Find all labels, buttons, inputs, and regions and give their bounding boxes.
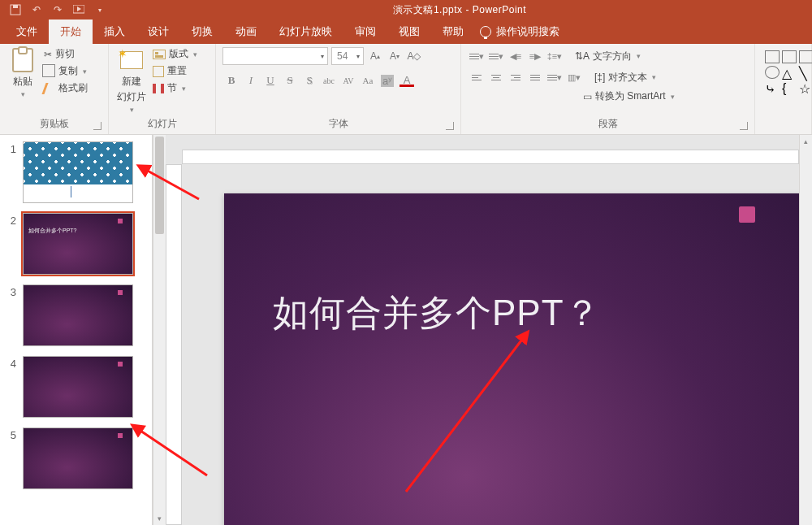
shape-circle-icon[interactable] xyxy=(765,66,780,79)
shape-arrow-icon[interactable]: ⤷ xyxy=(765,81,780,94)
brush-icon xyxy=(41,83,57,94)
slide-thumbnail-3[interactable] xyxy=(23,284,133,346)
tab-file[interactable]: 文件 xyxy=(5,20,49,44)
paste-label: 粘贴 xyxy=(13,75,32,89)
thumbnail-scrollbar[interactable]: ▴ ▾ xyxy=(153,135,166,525)
highlight-button[interactable]: aʸ xyxy=(378,72,396,89)
shrink-font-button[interactable]: A▾ xyxy=(387,47,403,65)
tab-transitions[interactable]: 切换 xyxy=(180,20,224,44)
bold-button[interactable]: B xyxy=(222,72,240,89)
format-painter-button[interactable]: 格式刷 xyxy=(44,81,88,95)
justify-button[interactable] xyxy=(526,68,544,86)
new-slide-icon xyxy=(120,51,143,69)
scroll-up-icon[interactable]: ▴ xyxy=(800,135,812,148)
reset-icon xyxy=(153,66,164,77)
shape-triangle-icon[interactable]: △ xyxy=(782,66,797,79)
scrollbar-thumb[interactable] xyxy=(155,137,164,234)
save-icon[interactable] xyxy=(8,2,23,17)
shape-rectangle-icon[interactable] xyxy=(799,50,812,63)
tab-review[interactable]: 审阅 xyxy=(343,20,387,44)
font-color-button[interactable]: A xyxy=(398,72,416,89)
cut-button[interactable]: ✂剪切 xyxy=(44,47,88,61)
shape-star-icon[interactable]: ☆ xyxy=(799,81,812,94)
new-slide-button[interactable]: 新建 幻灯片 ▾ xyxy=(115,47,148,114)
increase-indent-button[interactable]: ≡▶ xyxy=(526,47,544,65)
grow-font-button[interactable]: A▴ xyxy=(367,47,383,65)
tab-design[interactable]: 设计 xyxy=(136,20,180,44)
thumb-row-5[interactable]: 5 xyxy=(0,421,152,492)
text-direction-button[interactable]: ⇅A文字方向▾ xyxy=(575,47,641,65)
tab-slideshow[interactable]: 幻灯片放映 xyxy=(268,20,343,44)
kerning-button[interactable]: AV xyxy=(339,72,357,89)
thumb-row-3[interactable]: 3 xyxy=(0,278,152,349)
thumb-row-4[interactable]: 4 xyxy=(0,349,152,421)
slide-thumbnail-1[interactable] xyxy=(23,141,133,203)
paste-button[interactable]: 粘贴 ▾ xyxy=(6,47,39,98)
current-slide[interactable]: 如何合并多个PPT？ xyxy=(224,193,801,525)
numbering-button[interactable]: ▾ xyxy=(487,47,505,65)
thumb-row-1[interactable]: 1 xyxy=(0,135,152,206)
layout-button[interactable]: 版式▾ xyxy=(153,47,197,61)
slide-title-text[interactable]: 如何合并多个PPT？ xyxy=(273,289,601,337)
dialog-launcher-icon[interactable] xyxy=(740,122,748,130)
align-left-button[interactable] xyxy=(468,68,486,86)
copy-button[interactable]: 复制▾ xyxy=(44,64,88,78)
chevron-down-icon: ▾ xyxy=(21,90,25,98)
section-button[interactable]: 节▾ xyxy=(153,81,197,95)
dialog-launcher-icon[interactable] xyxy=(446,122,454,130)
line-spacing-button[interactable]: ‡≡▾ xyxy=(546,47,564,65)
svg-rect-1 xyxy=(13,5,18,8)
tell-me-label: 操作说明搜索 xyxy=(496,24,559,39)
tab-insert[interactable]: 插入 xyxy=(93,20,136,44)
tab-help[interactable]: 帮助 xyxy=(431,20,475,44)
smartart-icon: ▭ xyxy=(583,91,592,102)
vertical-ruler xyxy=(166,164,182,525)
scroll-down-icon[interactable]: ▾ xyxy=(153,512,166,525)
ribbon-tabs: 文件 开始 插入 设计 切换 动画 幻灯片放映 审阅 视图 帮助 操作说明搜索 xyxy=(0,20,812,44)
reset-button[interactable]: 重置 xyxy=(153,64,197,78)
undo-icon[interactable]: ↶ xyxy=(29,2,44,17)
strikethrough-button[interactable]: S xyxy=(281,72,299,89)
editor-scrollbar[interactable]: ▴ xyxy=(799,135,812,525)
layout-icon xyxy=(153,50,166,59)
align-right-button[interactable] xyxy=(507,68,525,86)
group-label-font: 字体 xyxy=(329,118,348,129)
slide-editor: 如何合并多个PPT？ ▴ xyxy=(166,135,812,525)
tab-animations[interactable]: 动画 xyxy=(224,20,268,44)
font-size-combo[interactable]: 54▾ xyxy=(331,47,364,65)
tab-view[interactable]: 视图 xyxy=(387,20,431,44)
shape-line-icon[interactable]: ╲ xyxy=(799,66,812,79)
columns-button[interactable]: ▥▾ xyxy=(565,68,583,86)
convert-smartart-button[interactable]: ▭转换为 SmartArt▾ xyxy=(583,89,675,103)
shape-brace-icon[interactable]: { xyxy=(782,81,797,94)
italic-button[interactable]: I xyxy=(242,72,260,89)
decrease-indent-button[interactable]: ◀≡ xyxy=(507,47,525,65)
slide-thumbnail-4[interactable] xyxy=(23,356,133,418)
clipboard-icon xyxy=(12,48,33,72)
dialog-launcher-icon[interactable] xyxy=(93,122,102,130)
align-text-button[interactable]: [‡]对齐文本▾ xyxy=(594,68,656,86)
bullets-button[interactable]: ▾ xyxy=(468,47,486,65)
shape-rectangle-icon[interactable] xyxy=(782,50,797,63)
shape-rectangle-icon[interactable] xyxy=(765,50,780,63)
slide-thumbnail-5[interactable] xyxy=(23,427,133,489)
underline-button[interactable]: U xyxy=(261,72,279,89)
distribute-button[interactable]: ▾ xyxy=(546,68,564,86)
start-from-beginning-icon[interactable] xyxy=(71,2,86,17)
redo-icon[interactable]: ↷ xyxy=(50,2,65,17)
title-bar: ↶ ↷ ▾ 演示文稿1.pptx - PowerPoint xyxy=(0,0,812,20)
char-spacing-button[interactable]: abc xyxy=(320,72,338,89)
section-icon xyxy=(153,84,164,93)
tab-home[interactable]: 开始 xyxy=(49,20,93,44)
slide-thumbnail-panel: 1 2 如何合并多个PPT? 3 4 5 xyxy=(0,135,153,525)
shadow-button[interactable]: S xyxy=(300,72,318,89)
font-family-combo[interactable]: ▾ xyxy=(222,47,328,65)
font-color-swatch xyxy=(400,85,414,87)
change-case-button[interactable]: Aa xyxy=(359,72,377,89)
clear-formatting-button[interactable]: A◇ xyxy=(406,47,422,65)
qat-customize-icon[interactable]: ▾ xyxy=(93,2,107,17)
slide-thumbnail-2[interactable]: 如何合并多个PPT? xyxy=(23,213,133,275)
thumb-row-2[interactable]: 2 如何合并多个PPT? xyxy=(0,206,152,278)
align-center-button[interactable] xyxy=(487,68,505,86)
tell-me-search[interactable]: 操作说明搜索 xyxy=(480,20,559,44)
